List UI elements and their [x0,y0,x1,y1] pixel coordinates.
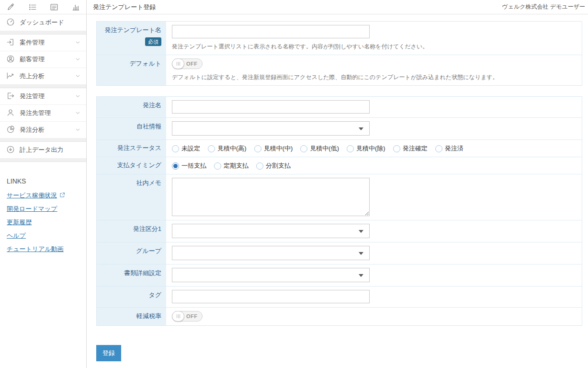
links-section: LINKS サービス稼働状況 開発ロードマップ 更新履歴 ヘルプ チュートリアル… [0,162,86,253]
main-area: 発注テンプレート登録 ヴェルク株式会社 デモユーザー 発注テンプレート名 必須 … [87,0,588,368]
order-status-row: 発注ステータス 未設定 見積中(高) 見積中(中) 見積中(低) 見積中(除) … [97,140,582,157]
pencil-icon[interactable] [0,0,22,14]
sidebar-item-label: 売上分析 [20,72,45,80]
sidebar-toolbar [0,0,86,14]
radio-circle [214,162,221,170]
radio-payment-timing-2[interactable]: 分割支払 [256,161,291,170]
sidebar-item-label: 計上データ出力 [20,146,64,154]
order-settings-block: 発注名 自社情報 発注ステータス 未設定 見積中(高) 見積中(中) [96,96,582,326]
sidebar-group-divider [0,31,86,34]
sidebar-group-divider [0,138,86,142]
chevron-down-icon [75,110,80,117]
bar-chart-icon[interactable] [65,0,86,14]
sidebar-item-label: 顧客管理 [20,55,45,64]
template-name-input[interactable] [172,25,370,38]
list-alt-icon[interactable] [43,0,65,14]
sidebar-item-supplier-management[interactable]: 発注先管理 [0,105,86,122]
submit-button[interactable]: 登録 [96,345,121,361]
toggle-grip-icon [172,311,184,322]
external-link-icon [59,192,65,199]
doc-settings-select[interactable] [172,268,370,282]
radio-order-status-4[interactable]: 見積中(除) [347,144,385,153]
radio-circle [256,162,263,170]
order-status-radio-group: 未設定 見積中(高) 見積中(中) 見積中(低) 見積中(除) 発注確定 発注済 [172,143,576,153]
memo-textarea[interactable] [172,178,370,216]
sidebar-item-data-export[interactable]: 計上データ出力 [0,142,86,159]
link-changelog[interactable]: 更新履歴 [7,218,79,227]
radio-order-status-2[interactable]: 見積中(中) [254,144,293,153]
sidebar-item-sales-analysis[interactable]: 売上分析 [0,68,86,85]
doc-settings-row: 書類詳細設定 [97,264,582,287]
main-header: 発注テンプレート登録 ヴェルク株式会社 デモユーザー [87,0,588,14]
sidebar-item-dashboard[interactable]: ダッシュボード [0,14,86,31]
sidebar-group-divider [0,159,86,162]
reduced-tax-toggle[interactable]: OFF [172,311,203,322]
chevron-down-icon [75,126,80,134]
download-circle-icon [6,145,15,155]
radio-order-status-6[interactable]: 発注済 [435,144,464,153]
person-icon [6,108,15,118]
chevron-down-icon [75,56,80,63]
required-badge: 必須 [145,37,161,46]
chevron-down-icon [75,73,80,80]
sidebar-item-label: 発注管理 [20,92,45,101]
template-settings-block: 発注テンプレート名 必須 発注テンプレート選択リストに表示される名称です。内容が… [96,21,582,86]
template-name-label: 発注テンプレート名 必須 [97,22,166,55]
toggle-state-label: OFF [184,313,202,319]
radio-payment-timing-0[interactable]: 一括支払 [172,161,206,170]
category1-select[interactable] [172,224,370,238]
sidebar-item-label: 発注先管理 [20,109,51,117]
tag-input[interactable] [172,290,370,303]
sidebar-item-order-management[interactable]: 発注管理 [0,88,86,105]
link-service-status[interactable]: サービス稼働状況 [7,191,79,200]
company-info-select[interactable] [172,121,370,136]
list-icon[interactable] [22,0,43,14]
pie-chart-icon [6,125,15,135]
reduced-tax-row: 軽減税率 OFF [97,308,582,325]
order-name-row: 発注名 [97,97,582,118]
radio-circle-selected [172,162,179,170]
radio-circle [208,145,215,152]
radio-circle [254,145,261,152]
template-name-row: 発注テンプレート名 必須 発注テンプレート選択リストに表示される名称です。内容が… [97,22,582,55]
default-label: デフォルト [97,55,166,85]
order-name-input[interactable] [172,100,370,114]
radio-circle [172,145,179,152]
sign-in-icon [6,38,15,48]
links-heading: LINKS [7,177,79,185]
sidebar-item-customer-management[interactable]: 顧客管理 [0,51,86,68]
sidebar-item-label: 案件管理 [20,38,45,47]
radio-payment-timing-1[interactable]: 定期支払 [214,161,249,170]
default-row: デフォルト OFF デフォルトに設定すると、発注新規登録画面にアクセスした際、自… [97,55,582,85]
toggle-grip-icon [172,58,184,69]
radio-order-status-1[interactable]: 見積中(高) [208,144,247,153]
default-toggle[interactable]: OFF [172,58,203,69]
radio-circle [435,145,442,152]
person-circle-icon [6,55,15,65]
gauge-icon [6,18,15,28]
category1-row: 発注区分1 [97,220,582,242]
radio-order-status-5[interactable]: 発注確定 [393,144,428,153]
group-select[interactable] [172,246,370,260]
link-help[interactable]: ヘルプ [7,231,79,240]
sidebar-item-label: 発注分析 [20,126,45,134]
payment-timing-radio-group: 一括支払 定期支払 分割支払 [172,161,576,170]
radio-circle [300,145,307,152]
group-row: グループ [97,242,582,264]
sidebar-item-label: ダッシュボード [20,18,64,27]
radio-order-status-3[interactable]: 見積中(低) [300,144,339,153]
sidebar: ダッシュボード 案件管理 顧客管理 売上分析 発注管理 [0,0,87,368]
payment-timing-row: 支払タイミング 一括支払 定期支払 分割支払 [97,157,582,174]
page-title: 発注テンプレート登録 [93,3,156,12]
company-info-row: 自社情報 [97,118,582,140]
sidebar-item-order-analysis[interactable]: 発注分析 [0,122,86,138]
radio-order-status-0[interactable]: 未設定 [172,144,200,153]
sidebar-item-case-management[interactable]: 案件管理 [0,34,86,51]
link-roadmap[interactable]: 開発ロードマップ [7,205,79,213]
sidebar-group-divider [0,85,86,88]
radio-circle [347,145,354,152]
template-name-help: 発注テンプレート選択リストに表示される名称です。内容が判別しやすい名称を付けてく… [172,42,576,51]
default-help: デフォルトに設定すると、発注新規登録画面にアクセスした際、自動的にこのテンプレー… [172,73,576,81]
user-menu[interactable]: ヴェルク株式会社 デモユーザー [502,3,585,11]
link-tutorial-video[interactable]: チュートリアル動画 [7,245,79,253]
